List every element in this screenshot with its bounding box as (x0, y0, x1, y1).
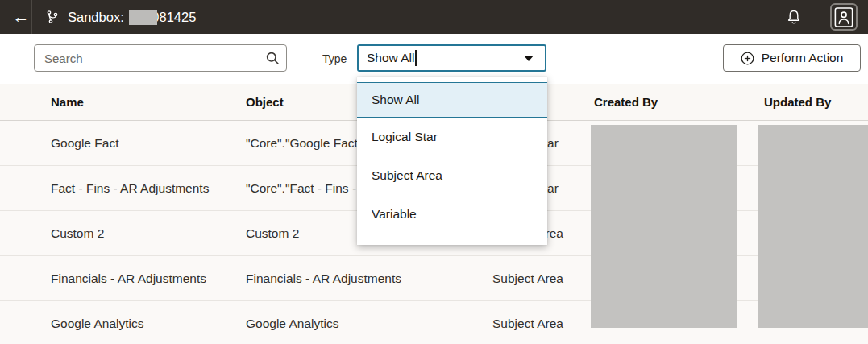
redaction-box-title (129, 10, 157, 25)
redaction-box-created-by (591, 125, 737, 328)
perform-action-button[interactable]: Perform Action (723, 44, 861, 72)
text-cursor (415, 50, 417, 66)
type-dropdown-panel: Show All Logical Star Subject Area Varia… (357, 77, 547, 245)
topbar-divider (31, 0, 32, 34)
cell-object: Google Analytics (246, 301, 338, 344)
dropdown-option-variable[interactable]: Variable (357, 195, 547, 234)
cell-name: Fact - Fins - AR Adjustments (51, 166, 209, 210)
redaction-box-updated-by (758, 125, 868, 328)
user-badge-icon (834, 6, 853, 28)
cell-type: Subject Area (492, 256, 563, 300)
page-title-suffix: 081425 (152, 10, 196, 25)
cell-name: Custom 2 (51, 211, 104, 255)
dropdown-option-subject-area[interactable]: Subject Area (357, 156, 547, 195)
type-combobox[interactable]: Show All (357, 44, 546, 72)
chevron-down-icon (524, 56, 534, 61)
back-icon[interactable]: ← (10, 0, 32, 34)
search-input[interactable] (34, 44, 287, 72)
search-field-wrap (34, 44, 287, 72)
dropdown-option-show-all[interactable]: Show All (357, 82, 547, 118)
table-row[interactable]: Google Analytics Google Analytics Subjec… (0, 301, 868, 344)
cell-name: Financials - AR Adjustments (51, 256, 206, 300)
perform-action-label: Perform Action (762, 51, 844, 65)
cell-object: Financials - AR Adjustments (246, 256, 401, 300)
plus-circle-icon (741, 52, 754, 65)
branch-icon (45, 10, 60, 24)
notifications-bell-icon[interactable] (786, 9, 802, 25)
type-combobox-value: Show All (367, 51, 414, 65)
cell-object: Custom 2 (246, 211, 299, 255)
topbar: ← Sandbox: 081425 (0, 0, 868, 34)
column-header-name[interactable]: Name (51, 84, 84, 120)
cell-type: Subject Area (492, 301, 563, 344)
column-header-object[interactable]: Object (246, 84, 284, 120)
table-row[interactable]: Financials - AR Adjustments Financials -… (0, 256, 868, 301)
column-header-created-by[interactable]: Created By (594, 84, 658, 120)
user-avatar-button[interactable] (830, 3, 858, 31)
cell-name: Google Analytics (51, 301, 143, 344)
cell-name: Google Fact (51, 121, 118, 165)
type-filter-label: Type (322, 34, 347, 84)
column-header-updated-by[interactable]: Updated By (764, 84, 831, 120)
cell-object: "Core"."Google Fact" (246, 121, 362, 165)
page-title-prefix: Sandbox: (68, 10, 127, 25)
app-root: ← Sandbox: 081425 (0, 0, 868, 344)
dropdown-option-logical-star[interactable]: Logical Star (357, 118, 547, 156)
page-title: Sandbox: 081425 (68, 0, 196, 34)
